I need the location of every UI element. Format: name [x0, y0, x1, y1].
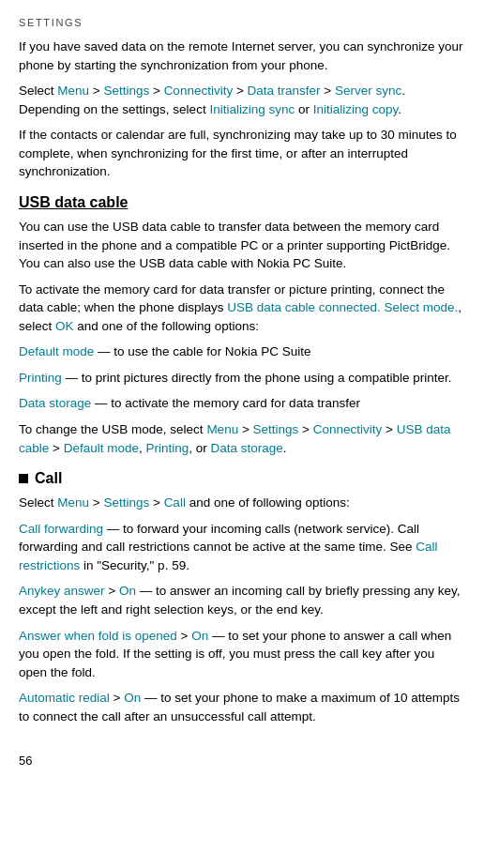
call-p1: Select Menu > Settings > Call and one of… [19, 494, 465, 512]
usb-section: USB data cable You can use the USB data … [19, 194, 465, 457]
usb-p2: To activate the memory card for data tra… [19, 281, 465, 336]
ok-link: OK [55, 319, 74, 333]
settings-link: Settings [103, 84, 149, 98]
page-header: Settings [19, 17, 465, 28]
menu-link2: Menu [206, 422, 238, 436]
intro-p2: Select Menu > Settings > Connectivity > … [19, 82, 465, 118]
intro-section: If you have saved data on the remote Int… [19, 38, 465, 181]
data-transfer-link: Data transfer [248, 84, 321, 98]
page-number: 56 [19, 754, 465, 768]
call-p3: Anykey answer > On — to answer an incomi… [19, 582, 465, 618]
page-label: Settings [19, 17, 465, 28]
menu-link3: Menu [57, 495, 89, 510]
usb-p3: Default mode — to use the cable for Noki… [19, 343, 465, 361]
usb-p1: You can use the USB data cable to transf… [19, 218, 465, 273]
intro-p1: If you have saved data on the remote Int… [19, 38, 465, 74]
usb-p4: Printing — to print pictures directly fr… [19, 369, 465, 388]
intro-p3: If the contacts or calendar are full, sy… [19, 126, 465, 181]
call-heading-container: Call [19, 470, 465, 487]
call-restrictions-link: Call restrictions [19, 540, 437, 572]
usb-p5: Data storage — to activate the memory ca… [19, 394, 465, 413]
printing-link: Printing [19, 371, 62, 385]
bullet-square-icon [19, 474, 28, 483]
settings-link3: Settings [103, 495, 149, 510]
call-p5: Automatic redial > On — to set your phon… [19, 689, 465, 725]
menu-link: Menu [57, 84, 89, 98]
call-p2: Call forwarding — to forward your incomi… [19, 520, 465, 575]
printing-link2: Printing [145, 441, 189, 455]
auto-redial-link: Automatic redial [19, 691, 110, 705]
call-p4: Answer when fold is opened > On — to set… [19, 627, 465, 682]
initializing-copy-link: Initializing copy [313, 102, 399, 116]
default-mode-link: Default mode [19, 344, 94, 358]
data-storage-link: Data storage [19, 396, 91, 410]
connectivity-link: Connectivity [164, 84, 234, 98]
call-forwarding-link: Call forwarding [19, 522, 103, 536]
anykey-answer-link: Anykey answer [19, 584, 105, 598]
fold-on-link: On [191, 629, 208, 643]
usb-p6: To change the USB mode, select Menu > Se… [19, 420, 465, 457]
data-storage-link2: Data storage [211, 441, 283, 455]
initializing-sync-link: Initializing sync [209, 102, 295, 116]
redial-on-link: On [124, 691, 141, 705]
anykey-on-link: On [119, 584, 136, 598]
server-sync-link: Server sync [335, 84, 401, 98]
connectivity-link2: Connectivity [313, 422, 383, 436]
answer-fold-link: Answer when fold is opened [19, 629, 177, 643]
call-heading: Call [35, 470, 62, 487]
call-link: Call [164, 495, 186, 510]
usb-heading: USB data cable [19, 194, 465, 211]
call-section: Call Select Menu > Settings > Call and o… [19, 470, 465, 725]
usb-connected-text: USB data cable connected. Select mode. [227, 300, 458, 314]
settings-link2: Settings [253, 422, 299, 436]
default-mode-link2: Default mode [64, 441, 139, 455]
